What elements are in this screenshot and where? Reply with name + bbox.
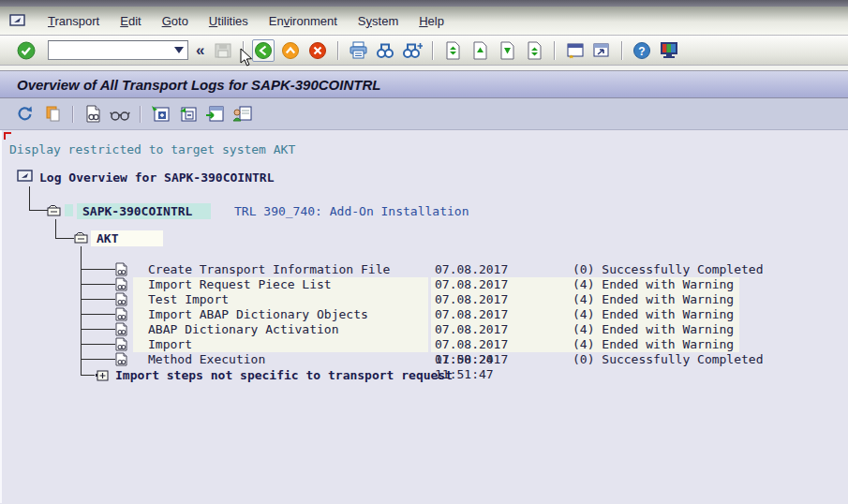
toolbar-separator xyxy=(337,41,338,60)
tree-line xyxy=(29,210,49,211)
toolbar-separator xyxy=(554,41,555,60)
tree-line xyxy=(81,359,115,360)
tree-line xyxy=(81,329,115,330)
menu-item-edit[interactable]: Edit xyxy=(110,11,151,31)
find-next-button[interactable] xyxy=(401,39,424,62)
step-action[interactable]: Import ABAP Dictionary Objects xyxy=(133,307,428,322)
step-datetime: 07.08.2017 11:37:18 xyxy=(431,292,570,307)
command-input[interactable] xyxy=(60,42,174,58)
step-datetime: 07.08.2017 11:36:56 xyxy=(431,262,570,277)
step-action[interactable]: Create Transport Information File xyxy=(133,262,428,277)
restriction-notice: Display restricted to target system AKT xyxy=(9,142,295,156)
tree-line xyxy=(81,284,115,285)
step-datetime: 07.08.2017 11:48:00 xyxy=(431,322,570,337)
collapse-toolbar-button[interactable]: « xyxy=(196,41,204,60)
tree-line xyxy=(81,269,115,270)
step-action[interactable]: Import Request Piece List xyxy=(133,277,428,292)
toolbar-separator xyxy=(432,41,433,60)
enter-button[interactable] xyxy=(15,39,37,62)
display-log-button[interactable] xyxy=(82,104,103,125)
step-status: (4) Ended with Warning xyxy=(569,307,739,322)
tree-line xyxy=(81,314,115,315)
step-action[interactable]: Method Execution xyxy=(133,352,428,367)
step-datetime: 07.08.2017 11:51:47 xyxy=(431,352,570,367)
create-shortcut-button[interactable] xyxy=(590,39,613,62)
expand-node-icon[interactable] xyxy=(96,370,109,385)
toolbar-separator xyxy=(72,106,73,123)
status-chip xyxy=(65,204,73,216)
system-name-field[interactable]: AKT xyxy=(91,230,163,246)
step-status: (4) Ended with Warning xyxy=(569,277,739,292)
step-status: (4) Ended with Warning xyxy=(569,322,739,337)
expand-all-button[interactable] xyxy=(150,104,171,125)
step-row[interactable]: Import ABAP Dictionary Objects 07.08.201… xyxy=(2,307,848,322)
step-action[interactable]: ABAP Dictionary Activation xyxy=(133,322,428,337)
page-title: Overview of All Transport Logs for SAPK-… xyxy=(17,77,380,93)
step-status: (0) Successfully Completed xyxy=(569,262,769,277)
root-label: Log Overview for SAPK-390COINTRL xyxy=(39,170,274,185)
request-description: TRL 390_740: Add-On Installation xyxy=(234,204,469,218)
sap-gui-window: Transport Edit Goto Utilities Environmen… xyxy=(0,0,848,504)
next-page-button[interactable] xyxy=(496,39,518,62)
selection-marker xyxy=(4,132,11,140)
customize-layout-button[interactable] xyxy=(658,39,680,62)
menu-item-help[interactable]: Help xyxy=(409,11,454,31)
menu-bar: Transport Edit Goto Utilities Environmen… xyxy=(0,7,848,36)
step-status: (0) Successfully Completed xyxy=(569,352,769,367)
tree-line xyxy=(55,219,56,238)
previous-page-button[interactable] xyxy=(469,39,491,62)
first-page-button[interactable] xyxy=(441,39,464,62)
step-row[interactable]: Create Transport Information File 07.08.… xyxy=(2,262,848,277)
folder-open-icon[interactable] xyxy=(74,231,88,246)
title-bar: Overview of All Transport Logs for SAPK-… xyxy=(0,71,848,98)
menu-item-goto[interactable]: Goto xyxy=(152,11,199,31)
standard-toolbar: « xyxy=(0,36,848,66)
step-row[interactable]: ABAP Dictionary Activation 07.08.2017 11… xyxy=(2,322,848,337)
exit-button[interactable] xyxy=(279,39,302,62)
position-button[interactable] xyxy=(204,104,225,125)
mouse-cursor xyxy=(240,48,255,72)
copy-button[interactable] xyxy=(42,104,63,125)
step-action[interactable]: Test Import xyxy=(133,292,428,307)
step-datetime: 07.08.2017 11:37:02 xyxy=(431,277,570,292)
new-session-button[interactable] xyxy=(563,39,586,62)
print-button[interactable] xyxy=(347,39,369,62)
content-area: Display restricted to target system AKT … xyxy=(0,130,848,503)
window-top-edge xyxy=(0,0,848,7)
menu-item-environment[interactable]: Environment xyxy=(259,11,348,31)
cancel-button[interactable] xyxy=(306,39,329,62)
menu-item-system[interactable]: System xyxy=(348,11,409,31)
tree-line xyxy=(81,375,95,376)
step-action[interactable]: Import xyxy=(133,337,428,352)
find-button[interactable] xyxy=(374,39,396,62)
request-name-field[interactable]: SAPK-390COINTRL xyxy=(77,203,211,219)
refresh-button[interactable] xyxy=(15,104,36,125)
folder-open-icon[interactable] xyxy=(47,204,61,219)
toolbar-separator xyxy=(621,41,622,60)
menu-item-utilities[interactable]: Utilities xyxy=(199,11,259,31)
last-page-button[interactable] xyxy=(523,39,545,62)
user-info-button[interactable] xyxy=(231,104,252,125)
step-row[interactable]: Test Import 07.08.2017 11:37:18 (4) Ende… xyxy=(2,292,848,307)
log-overview-root[interactable]: Log Overview for SAPK-390COINTRL xyxy=(17,170,274,185)
step-row[interactable]: Method Execution 07.08.2017 11:51:47 (0)… xyxy=(2,352,848,367)
back-button[interactable] xyxy=(252,39,275,62)
footer-label: Import steps not specific to transport r… xyxy=(115,368,453,383)
legend-button[interactable] xyxy=(110,104,130,125)
step-row[interactable]: Import Request Piece List 07.08.2017 11:… xyxy=(2,277,848,292)
command-dropdown-icon[interactable] xyxy=(174,47,184,53)
menu-item-transport[interactable]: Transport xyxy=(37,11,110,31)
help-button[interactable]: ? xyxy=(631,39,653,62)
save-button[interactable] xyxy=(212,39,234,62)
command-field[interactable] xyxy=(48,40,188,60)
step-status: (4) Ended with Warning xyxy=(569,337,739,352)
step-datetime: 07.08.2017 11:46:23 xyxy=(431,307,570,322)
collapse-all-button[interactable] xyxy=(177,104,198,125)
step-row[interactable]: Import 07.08.2017 11:50:24 (4) Ended wit… xyxy=(2,337,848,352)
step-status: (4) Ended with Warning xyxy=(569,292,739,307)
application-toolbar xyxy=(0,98,848,130)
step-datetime: 07.08.2017 11:50:24 xyxy=(431,337,570,352)
system-menu-icon[interactable] xyxy=(9,14,26,27)
pointer-window-icon xyxy=(17,170,34,185)
tree-line xyxy=(81,299,115,300)
